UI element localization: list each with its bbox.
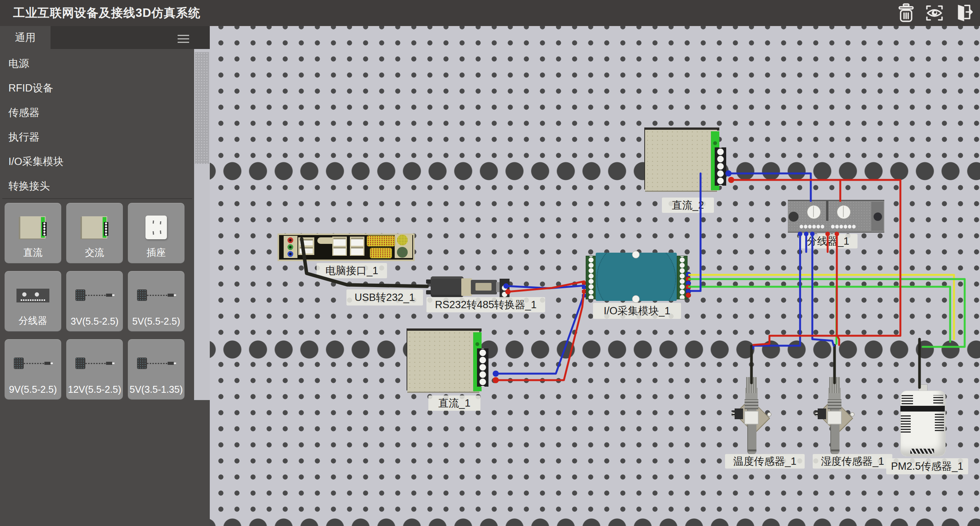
screw-icon (807, 205, 821, 219)
terminal-row (799, 224, 825, 229)
screw-icon (632, 251, 640, 258)
component-card-6[interactable]: 9V(5.5-2.5) (5, 339, 61, 400)
db9-flange (461, 278, 472, 296)
label-usb232: USB转232_1 (346, 289, 423, 305)
sidebar-item-label: 转换接头 (8, 180, 50, 192)
label-io-module: I/O采集模块_1 (593, 303, 681, 319)
preview-eye-icon[interactable] (923, 2, 946, 24)
io-module-body (596, 253, 677, 301)
sidebar-item-label: RFID设备 (8, 82, 53, 94)
adapter-thumbnail-icon (136, 356, 176, 372)
component-card-label: 交流 (66, 246, 123, 259)
device-dc-supply-2[interactable] (644, 127, 727, 194)
device-humidity-sensor[interactable] (812, 354, 858, 463)
component-card-4[interactable]: 3V(5.5-2.5) (66, 271, 123, 332)
terminal-block (500, 279, 510, 299)
label-pm25-sensor: PM2.5传感器_1 (886, 458, 968, 474)
sidebar-item-3[interactable]: 执行器 (0, 125, 193, 149)
component-card-label: 9V(5.5-2.5) (5, 384, 61, 395)
serial-connector-large (367, 235, 395, 247)
sidebar-item-label: 传感器 (8, 107, 39, 118)
workspace-canvas[interactable]: 电脑接口_1 USB转232_1 RS232转485转换器_1 I/O采集模块_… (210, 26, 980, 526)
device-computer-port[interactable] (278, 234, 415, 261)
label-rs232-485: RS232转485转换器_1 (426, 297, 545, 312)
adapter-thumbnail-icon (13, 356, 53, 372)
category-menu: 电源RFID设备传感器执行器I/O采集模块转换接头 (0, 49, 193, 198)
sidebar-item-label: 电源 (8, 58, 29, 69)
terminal-row (831, 224, 856, 229)
sidebar-scrollbar[interactable] (194, 49, 210, 400)
label-splitter: 分线器_1 (799, 234, 858, 248)
housing-band (900, 406, 945, 412)
component-card-5[interactable]: 5V(5.5-2.5) (128, 271, 185, 332)
sidebar-item-4[interactable]: I/O采集模块 (0, 149, 193, 174)
tab-general-label: 通用 (15, 31, 36, 44)
screw-icon (837, 205, 851, 219)
usb-port-pair-2 (350, 237, 364, 256)
terminal-block (477, 348, 488, 387)
sidebar-tab-bar: 通用 (0, 26, 210, 49)
cable-gland (829, 377, 840, 393)
sidebar-item-0[interactable]: 电源 (0, 51, 193, 76)
splitter-end-cap (871, 202, 884, 231)
sidebar-divider (2, 198, 192, 199)
converter-body (471, 280, 497, 294)
label-temp-sensor: 温度传感器_1 (725, 454, 805, 469)
usb-stack-left (298, 237, 314, 255)
component-sidebar: 通用 电源RFID设备传感器执行器I/O采集模块转换接头 直流交流插座分线器3V… (0, 26, 210, 526)
sidebar-scrollbar-thumb[interactable] (195, 52, 209, 164)
sensor-clamp (744, 411, 759, 425)
cable-gland (746, 377, 757, 393)
app-title: 工业互联网设备及接线3D仿真系统 (13, 0, 201, 26)
component-grid: 直流交流插座分线器3V(5.5-2.5)5V(5.5-2.5)9V(5.5-2.… (5, 203, 190, 400)
vent-slats (933, 395, 943, 403)
db9-hood (431, 276, 464, 297)
psu-thumbnail-icon (20, 216, 46, 238)
component-card-7[interactable]: 12V(5.5-2.5) (66, 339, 123, 400)
adapter-thumbnail-icon (75, 356, 114, 372)
sidebar-item-2[interactable]: 传感器 (0, 100, 193, 125)
trash-icon[interactable] (895, 2, 917, 24)
component-card-3[interactable]: 分线器 (5, 271, 61, 332)
device-splitter[interactable] (788, 200, 884, 233)
adapter-thumbnail-icon (75, 288, 114, 304)
device-dc-supply-1[interactable] (407, 328, 489, 395)
mount-hole-icon (789, 212, 799, 222)
sensor-clamp (827, 411, 842, 425)
ps2-port-yellow-icon (397, 235, 408, 245)
terminal-block-left (586, 256, 596, 299)
sensor-connector (735, 408, 743, 419)
psu-body (645, 130, 717, 192)
vent-slats (901, 414, 911, 433)
component-card-2[interactable]: 插座 (128, 203, 185, 263)
sidebar-item-1[interactable]: RFID设备 (0, 76, 193, 100)
component-card-1[interactable]: 交流 (66, 203, 123, 263)
device-temp-sensor[interactable] (728, 354, 774, 463)
exit-export-icon[interactable] (952, 2, 974, 24)
sensor-connector (818, 408, 826, 419)
device-io-module[interactable] (581, 250, 693, 305)
psu-body (407, 331, 479, 393)
sidebar-item-5[interactable]: 转换接头 (0, 174, 193, 198)
menu-icon[interactable] (178, 33, 189, 45)
component-card-label: 12V(5.5-2.5) (66, 384, 123, 395)
label-dc2: 直流_2 (662, 198, 714, 213)
tab-general[interactable]: 通用 (0, 26, 51, 49)
component-card-label: 直流 (5, 246, 61, 259)
audio-jack-green-icon (287, 244, 293, 250)
label-computer-port: 电脑接口_1 (317, 263, 387, 278)
pegboard-large-holes-row-3 (210, 517, 980, 526)
toolbar (895, 0, 974, 26)
wire-connector-red (686, 292, 691, 298)
pegboard-large-holes-row-2 (210, 339, 980, 360)
device-pm25-sensor[interactable] (900, 387, 945, 456)
terminal-block (715, 147, 726, 186)
audio-jack-column (284, 236, 297, 258)
adapter-thumbnail-icon (136, 288, 176, 304)
component-card-8[interactable]: 5V(3.5-1.35) (128, 339, 185, 400)
screw-terminal-icon (502, 292, 507, 297)
component-card-label: 分线器 (5, 314, 61, 327)
label-dc1: 直流_1 (428, 395, 480, 411)
serial-connector-small (370, 248, 392, 258)
component-card-0[interactable]: 直流 (5, 203, 61, 263)
